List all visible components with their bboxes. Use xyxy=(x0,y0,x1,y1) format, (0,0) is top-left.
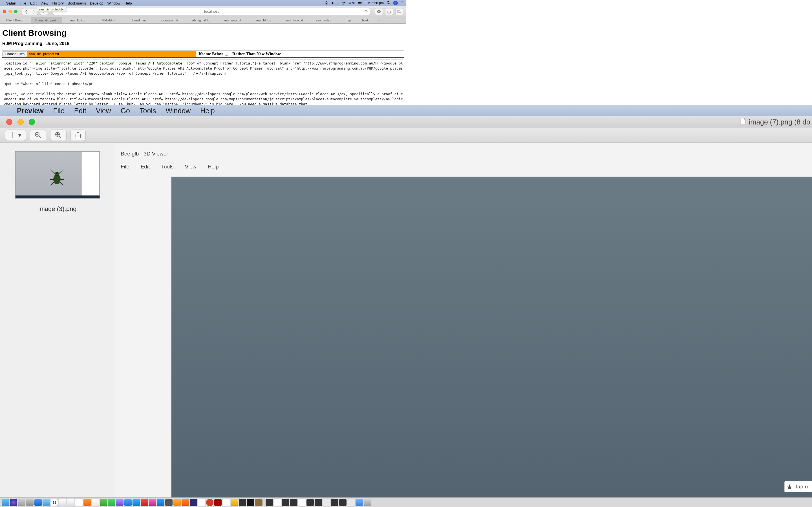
preview-menu-edit[interactable]: Edit xyxy=(74,107,86,115)
viewer-menubar: File Edit Tools View Help xyxy=(121,164,406,170)
svg-line-4 xyxy=(389,3,390,4)
viewer-menu-tools[interactable]: Tools xyxy=(161,164,173,170)
viewer-canvas[interactable] xyxy=(171,177,406,253)
svg-rect-10 xyxy=(398,10,401,12)
window-traffic-lights xyxy=(3,10,17,13)
wifi-icon[interactable] xyxy=(342,1,346,6)
preview-menu-tools[interactable]: Tools xyxy=(140,107,156,115)
svg-rect-11 xyxy=(10,132,17,138)
tab-aaa-codex[interactable]: aaa_codex_... xyxy=(310,17,341,23)
zoom-out-button[interactable] xyxy=(30,129,46,141)
viewer-menu-view[interactable]: View xyxy=(185,164,197,170)
svg-rect-1 xyxy=(358,2,361,3)
menu-edit[interactable]: Edit xyxy=(30,1,36,5)
menu-file[interactable]: File xyxy=(20,1,26,5)
tab-aaa-awp[interactable]: aaa_awp.txt xyxy=(217,17,248,23)
page-subtitle: RJM Programming - June, 2019 xyxy=(2,41,404,46)
tab-host[interactable]: host... xyxy=(358,17,375,23)
sidebar-view-button[interactable]: ▾ xyxy=(5,129,26,141)
zoom-window-button[interactable] xyxy=(14,10,17,13)
viewer-menu-file[interactable]: File xyxy=(121,164,130,170)
menubar-clock[interactable]: Tue 5:58 pm xyxy=(365,1,384,5)
reload-icon[interactable]: ⟳ xyxy=(365,9,368,13)
minimize-window-button[interactable] xyxy=(8,10,12,13)
svg-line-25 xyxy=(50,179,55,180)
new-tab-button[interactable]: ＋ xyxy=(375,17,382,23)
viewer-menu-help[interactable]: Help xyxy=(208,164,219,170)
preview-menu-view[interactable]: View xyxy=(96,107,111,115)
preview-app-window: Preview File Edit View Go Tools Window H… xyxy=(0,105,406,253)
tab-aaa-btoa[interactable]: aaa_btoa.txt xyxy=(279,17,310,23)
battery-percent: 78% xyxy=(349,1,355,5)
rather-than-label: Rather Than New Window xyxy=(232,52,281,56)
menu-develop[interactable]: Develop xyxy=(90,1,103,5)
viewer-window-title: Bee.glb - 3D Viewer xyxy=(121,151,406,157)
preview-menu-file[interactable]: File xyxy=(53,107,64,115)
menu-window[interactable]: Window xyxy=(107,1,120,5)
bee-icon xyxy=(46,166,68,188)
safari-tab-bar: Client Brow... ✕aaa_dir_prot... aaa_ftp.… xyxy=(0,17,406,24)
tab-aaa-dir-prot[interactable]: ✕aaa_dir_prot... xyxy=(31,17,62,23)
back-button[interactable]: ❮ xyxy=(22,8,30,15)
menu-help[interactable]: Help xyxy=(124,1,132,5)
tab-aaa-bft[interactable]: aaa_bft.txt xyxy=(248,17,279,23)
svg-rect-9 xyxy=(397,11,400,13)
preview-close-button[interactable] xyxy=(6,119,12,125)
thumb-taskbar xyxy=(15,195,100,198)
bluetooth-icon[interactable]: ⌁ xyxy=(337,1,339,5)
tab-aaa-ftp[interactable]: aaa_ftp.txt xyxy=(62,17,93,23)
tab-client-browsing[interactable]: Client Brow... xyxy=(0,17,31,23)
notification-center-icon[interactable]: ☰ xyxy=(401,1,404,5)
svg-line-24 xyxy=(59,182,63,185)
game-icon[interactable]: ♞ xyxy=(331,1,334,5)
preview-menu-go[interactable]: Go xyxy=(121,107,130,115)
preview-share-button[interactable] xyxy=(70,129,86,141)
close-window-button[interactable] xyxy=(3,10,6,13)
preview-toolbar: ▾ xyxy=(0,128,406,143)
svg-line-15 xyxy=(39,136,41,138)
preview-menu-help[interactable]: Help xyxy=(200,107,214,115)
viewer-menu-edit[interactable]: Edit xyxy=(141,164,150,170)
tab-404[interactable]: 404.shtml xyxy=(93,17,124,23)
preview-sidebar: image (3).png xyxy=(0,143,115,253)
svg-rect-2 xyxy=(361,2,362,3)
battery-icon[interactable] xyxy=(358,1,362,6)
close-tab-icon[interactable]: ✕ xyxy=(35,18,37,22)
spotlight-icon[interactable] xyxy=(387,1,391,6)
iframe-checkbox[interactable] xyxy=(225,52,229,56)
preview-titlebar: image (7).png (8 do xyxy=(0,116,406,128)
address-bar[interactable]: localhost ⟳ xyxy=(53,8,370,15)
menubar-app-name[interactable]: Safari xyxy=(6,1,16,5)
preview-zoom-button[interactable] xyxy=(29,119,35,125)
malwarebytes-icon[interactable]: Ⓜ xyxy=(325,1,328,6)
menu-view[interactable]: View xyxy=(41,1,49,5)
address-text: localhost xyxy=(204,9,218,13)
file-content-code: [caption id="" align="alignnone" width="… xyxy=(4,59,403,107)
menu-bookmarks[interactable]: Bookmarks xyxy=(68,1,86,5)
page-title: Client Browsing xyxy=(2,28,404,38)
tab-crossword[interactable]: crossword.tcl xyxy=(155,17,186,23)
choose-files-button[interactable]: Choose Files xyxy=(2,51,27,57)
page-content: Client Browsing RJM Programming - June, … xyxy=(0,24,406,107)
iframe-below-label: Iframe Below xyxy=(199,52,223,56)
thumb-side-panel xyxy=(82,152,99,198)
svg-line-19 xyxy=(59,136,61,138)
menu-history[interactable]: History xyxy=(52,1,63,5)
svg-point-3 xyxy=(387,1,389,3)
file-row: Choose Files aaa_dir_protect.txt Iframe … xyxy=(2,50,404,58)
tab-nsp[interactable]: nsp... xyxy=(341,17,358,23)
preview-app-name[interactable]: Preview xyxy=(17,107,44,115)
preview-menu-window[interactable]: Window xyxy=(165,107,191,115)
tabs-button[interactable] xyxy=(395,8,403,15)
mac-menubar: Safari File Edit View History Bookmarks … xyxy=(0,0,406,6)
zoom-in-button[interactable] xyxy=(50,129,66,141)
tab-tooltip: aaa_dir_protect.txt xyxy=(37,7,66,12)
share-button[interactable] xyxy=(385,8,393,15)
tab-brazil[interactable]: brazil.html xyxy=(124,17,155,23)
preview-minimize-button[interactable] xyxy=(17,119,24,125)
downloads-button[interactable] xyxy=(375,8,383,15)
tab-aboriginal[interactable]: aboriginal_l... xyxy=(186,17,217,23)
preview-menubar: Preview File Edit View Go Tools Window H… xyxy=(0,105,406,116)
siri-icon[interactable] xyxy=(393,1,398,5)
thumbnail-image-3[interactable] xyxy=(15,151,100,199)
